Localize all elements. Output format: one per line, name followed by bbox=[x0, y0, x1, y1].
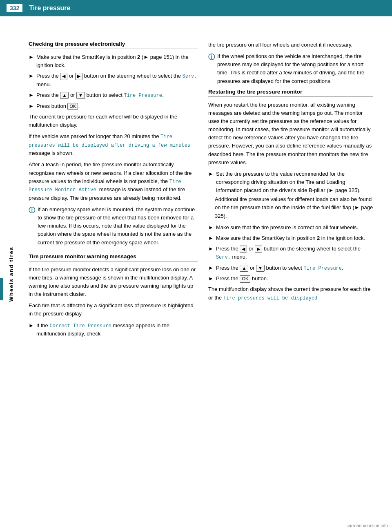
restart-bullet-arrow-5: ► bbox=[208, 264, 214, 273]
para1-text: If the vehicle was parked for longer tha… bbox=[29, 132, 198, 157]
bullet-text-3: Press the ▲ or ▼ button to select Tire P… bbox=[36, 91, 164, 100]
restart-bullet-1: ► Set the tire pressure to the value rec… bbox=[208, 170, 373, 194]
restart-bullet-text-4: Press the ◀ or ▶ button on the steering … bbox=[216, 245, 373, 262]
page-number: 332 bbox=[7, 4, 22, 12]
restart-bullet-text-5: Press the ▲ or ▼ button to select Tire P… bbox=[216, 264, 343, 273]
section2-para1: If the tire pressure monitor detects a s… bbox=[29, 266, 198, 299]
right-tire-pressure-menu: Tire Pressure bbox=[303, 266, 342, 271]
restart-bullet-text-6: Press the OK button. bbox=[216, 275, 268, 283]
right-left-btn-r: ◀ bbox=[240, 246, 247, 253]
section2-title: Tire pressure monitor warning messages bbox=[29, 253, 198, 262]
info-box-right: ⓘ If the wheel positions on the vehicle … bbox=[208, 52, 373, 85]
sidebar-label-text: Wheels and tires bbox=[8, 246, 14, 302]
after-bullets-text: The current tire pressure for each wheel… bbox=[29, 113, 198, 129]
bullet-text-4: Press button OK. bbox=[36, 102, 80, 110]
restart-para1: When you restart the tire pressure monit… bbox=[208, 101, 373, 167]
serv-menu: Serv. bbox=[182, 74, 197, 79]
sidebar: Wheels and tires bbox=[0, 16, 22, 532]
bullet-item-4: ► Press button OK. bbox=[29, 102, 198, 110]
section2-para2: Each tire that is affected by a signific… bbox=[29, 302, 198, 318]
restart-after-ok: The multifunction display shows the curr… bbox=[208, 285, 373, 302]
up-btn: ▲ bbox=[60, 92, 69, 99]
right-down-btn: ▼ bbox=[256, 265, 265, 272]
section-restart-title: Restarting the tire pressure monitor bbox=[208, 89, 373, 97]
restart-bullet-arrow-4: ► bbox=[208, 245, 214, 262]
info-icon-1: ⓘ bbox=[29, 206, 35, 247]
left-column: Checking tire pressure electronically ► … bbox=[24, 33, 204, 349]
restart-bullet-arrow-6: ► bbox=[208, 275, 214, 283]
right-right-btn-r: ▶ bbox=[255, 246, 262, 253]
restart-para2: Additional tire pressure values for diff… bbox=[215, 195, 373, 220]
bullet-arrow-2: ► bbox=[29, 72, 34, 89]
restart-bullet-5: ► Press the ▲ or ▼ button to select Tire… bbox=[208, 264, 373, 273]
right-column: the tire pressure on all four wheels and… bbox=[204, 33, 380, 349]
restart-bullet-3: ► Make sure that the SmartKey is in posi… bbox=[208, 234, 373, 242]
bullet-item-2: ► Press the ◀ or ▶ button on the steerin… bbox=[29, 72, 198, 89]
tire-pressures-msg: Tire pressures will be displayed after d… bbox=[29, 134, 190, 148]
sidebar-label: Wheels and tires bbox=[0, 16, 22, 532]
tpm-active-msg: Tire Pressure Monitor Active bbox=[29, 179, 181, 193]
info-icon-right: ⓘ bbox=[208, 52, 215, 85]
restart-bullet-text-2: Make sure that the tire pressure is corr… bbox=[216, 224, 358, 232]
right-continues-text: the tire pressure on all four wheels and… bbox=[208, 41, 373, 49]
right-serv-menu: Serv. bbox=[216, 255, 231, 260]
left-btn: ◀ bbox=[60, 73, 67, 80]
info-text-1: If an emergency spare wheel is mounted, … bbox=[38, 206, 198, 247]
restart-bullet-arrow-1: ► bbox=[208, 170, 214, 194]
tire-pressures-displayed-msg: Tire pressures will be displayed bbox=[223, 295, 317, 301]
bullet-text-1: Make sure that the SmartKey is in positi… bbox=[36, 53, 198, 69]
sidebar-bar bbox=[0, 278, 3, 300]
section2-bullet-arrow: ► bbox=[29, 322, 34, 338]
page-header: 332 Tire pressure bbox=[0, 0, 392, 16]
restart-bullet-text-3: Make sure that the SmartKey is in positi… bbox=[216, 234, 365, 242]
info-box-1: ⓘ If an emergency spare wheel is mounted… bbox=[29, 206, 198, 247]
watermark: carmanualonline.info bbox=[346, 523, 388, 528]
tire-pressure-menu: Tire Pressure bbox=[124, 93, 162, 98]
bullet-text-2: Press the ◀ or ▶ button on the steering … bbox=[36, 72, 198, 89]
section1-title: Checking tire pressure electronically bbox=[29, 41, 198, 49]
page-title: Tire pressure bbox=[29, 4, 70, 12]
bullet-item-1: ► Make sure that the SmartKey is in posi… bbox=[29, 53, 198, 69]
right-ok-btn: OK bbox=[240, 275, 250, 282]
main-content: Checking tire pressure electronically ► … bbox=[24, 33, 392, 349]
bullet-item-3: ► Press the ▲ or ▼ button to select Tire… bbox=[29, 91, 198, 100]
bullet-arrow-1: ► bbox=[29, 53, 34, 69]
restart-bullet-arrow-2: ► bbox=[208, 224, 214, 232]
section2-bullet-1: ► If the Correct Tire Pressure message a… bbox=[29, 322, 198, 338]
restart-bullet-text-1: Set the tire pressure to the value recom… bbox=[216, 170, 373, 194]
section2-bullet-text: If the Correct Tire Pressure message app… bbox=[36, 322, 198, 338]
restart-bullet-2: ► Make sure that the tire pressure is co… bbox=[208, 224, 373, 232]
right-up-btn: ▲ bbox=[240, 265, 248, 272]
bullet-arrow-4: ► bbox=[29, 102, 34, 110]
restart-bullet-6: ► Press the OK button. bbox=[208, 275, 373, 283]
correct-tire-msg: Correct Tire Pressure bbox=[49, 323, 111, 329]
down-btn: ▼ bbox=[76, 92, 85, 99]
ok-btn: OK bbox=[67, 103, 78, 110]
para2-text: After a teach-in period, the tire pressu… bbox=[29, 161, 198, 202]
restart-bullet-4: ► Press the ◀ or ▶ button on the steerin… bbox=[208, 245, 373, 262]
info-text-right: If the wheel positions on the vehicle ar… bbox=[217, 52, 373, 85]
bullet-arrow-3: ► bbox=[29, 91, 34, 100]
right-btn: ▶ bbox=[75, 73, 82, 80]
restart-bullet-arrow-3: ► bbox=[208, 234, 214, 242]
